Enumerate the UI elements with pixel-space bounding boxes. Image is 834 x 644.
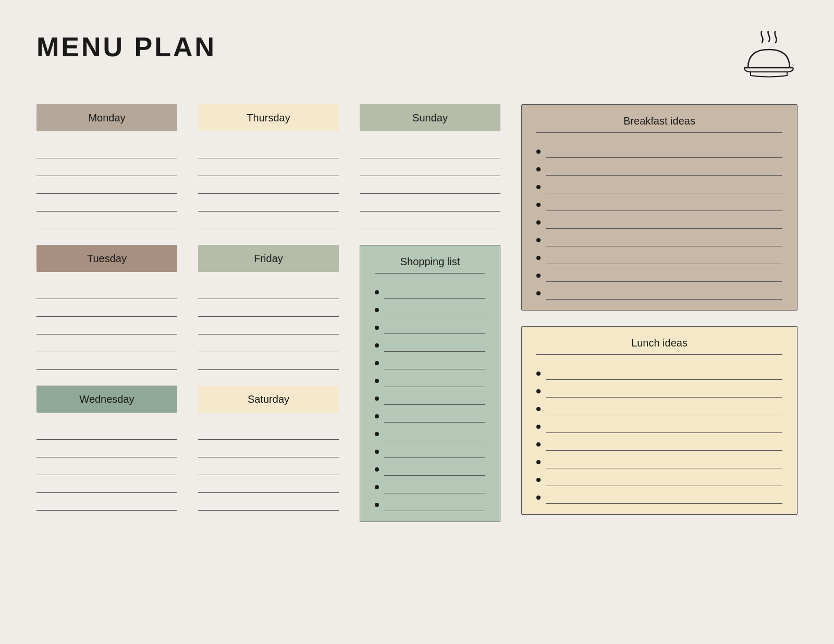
line bbox=[198, 335, 339, 352]
lunch-item bbox=[536, 486, 782, 504]
col3: Sunday Shopping list bbox=[360, 104, 500, 526]
monday-lines bbox=[36, 141, 177, 229]
saturday-lines bbox=[198, 422, 339, 511]
saturday-section: Saturday bbox=[198, 386, 339, 511]
bullet-dot bbox=[375, 308, 379, 312]
tuesday-lines bbox=[36, 281, 177, 370]
item-line bbox=[546, 486, 782, 504]
lunch-item bbox=[536, 433, 782, 451]
shopping-item bbox=[375, 334, 485, 352]
breakfast-items bbox=[536, 140, 782, 300]
item-line bbox=[546, 158, 782, 176]
item-line bbox=[384, 281, 485, 299]
shopping-item bbox=[375, 493, 485, 511]
bullet-dot bbox=[375, 432, 379, 436]
line bbox=[198, 299, 339, 317]
shopping-item bbox=[375, 440, 485, 458]
line bbox=[360, 212, 500, 229]
lunch-title: Lunch ideas bbox=[536, 337, 782, 355]
breakfast-item bbox=[536, 158, 782, 176]
shopping-item bbox=[375, 281, 485, 299]
line bbox=[198, 212, 339, 229]
line bbox=[36, 457, 177, 475]
line bbox=[36, 299, 177, 317]
breakfast-item bbox=[536, 229, 782, 246]
item-line bbox=[546, 468, 782, 486]
shopping-item bbox=[375, 476, 485, 493]
item-line bbox=[546, 193, 782, 211]
line bbox=[198, 457, 339, 475]
breakfast-item bbox=[536, 264, 782, 282]
line bbox=[36, 335, 177, 352]
item-line bbox=[384, 334, 485, 352]
breakfast-item bbox=[536, 193, 782, 211]
bullet-dot bbox=[536, 291, 541, 295]
shopping-item bbox=[375, 352, 485, 369]
bullet-dot bbox=[536, 425, 541, 429]
shopping-item bbox=[375, 405, 485, 423]
monday-section: Monday bbox=[36, 104, 177, 229]
line bbox=[360, 141, 500, 158]
tuesday-label: Tuesday bbox=[36, 245, 177, 272]
shopping-item bbox=[375, 458, 485, 476]
bullet-dot bbox=[375, 485, 379, 489]
item-line bbox=[546, 415, 782, 433]
lunch-item bbox=[536, 468, 782, 486]
thursday-section: Thursday bbox=[198, 104, 339, 229]
item-line bbox=[384, 423, 485, 440]
saturday-label: Saturday bbox=[198, 386, 339, 413]
bullet-dot bbox=[536, 478, 541, 482]
bullet-dot bbox=[536, 460, 541, 464]
line bbox=[360, 194, 500, 212]
shopping-item bbox=[375, 316, 485, 334]
line bbox=[36, 212, 177, 229]
line bbox=[36, 422, 177, 440]
line bbox=[198, 141, 339, 158]
wednesday-lines bbox=[36, 422, 177, 511]
lunch-item bbox=[536, 380, 782, 398]
bullet-dot bbox=[536, 220, 541, 225]
lunch-item bbox=[536, 451, 782, 468]
item-line bbox=[384, 299, 485, 316]
bullet-dot bbox=[536, 442, 541, 447]
breakfast-item bbox=[536, 176, 782, 193]
item-line bbox=[384, 369, 485, 387]
item-line bbox=[384, 405, 485, 423]
item-line bbox=[384, 440, 485, 458]
line bbox=[360, 176, 500, 194]
shopping-item bbox=[375, 423, 485, 440]
lunch-item bbox=[536, 398, 782, 415]
item-line bbox=[384, 387, 485, 405]
main-grid: Monday Tuesday bbox=[36, 104, 798, 526]
page-title: MENU PLAN bbox=[36, 31, 216, 63]
bullet-dot bbox=[375, 379, 379, 383]
item-line bbox=[546, 362, 782, 380]
line bbox=[198, 176, 339, 194]
item-line bbox=[546, 282, 782, 300]
line bbox=[198, 281, 339, 299]
bullet-dot bbox=[536, 389, 541, 393]
shopping-list-title: Shopping list bbox=[375, 256, 485, 274]
bullet-dot bbox=[536, 496, 541, 500]
item-line bbox=[546, 433, 782, 451]
sunday-label: Sunday bbox=[360, 104, 500, 131]
bullet-dot bbox=[375, 503, 379, 507]
header: MENU PLAN bbox=[36, 31, 798, 78]
bullet-dot bbox=[375, 290, 379, 294]
line bbox=[198, 194, 339, 212]
item-line bbox=[384, 476, 485, 493]
bullet-dot bbox=[375, 397, 379, 401]
sunday-lines bbox=[360, 141, 500, 229]
line bbox=[360, 158, 500, 176]
sunday-section: Sunday bbox=[360, 104, 500, 229]
line bbox=[36, 475, 177, 493]
lunch-items bbox=[536, 362, 782, 504]
bullet-dot bbox=[536, 371, 541, 376]
bullet-dot bbox=[536, 238, 541, 242]
bullet-dot bbox=[536, 203, 541, 207]
breakfast-title: Breakfast ideas bbox=[536, 115, 782, 133]
item-line bbox=[546, 380, 782, 398]
lunch-item bbox=[536, 415, 782, 433]
line bbox=[36, 194, 177, 212]
line bbox=[36, 281, 177, 299]
